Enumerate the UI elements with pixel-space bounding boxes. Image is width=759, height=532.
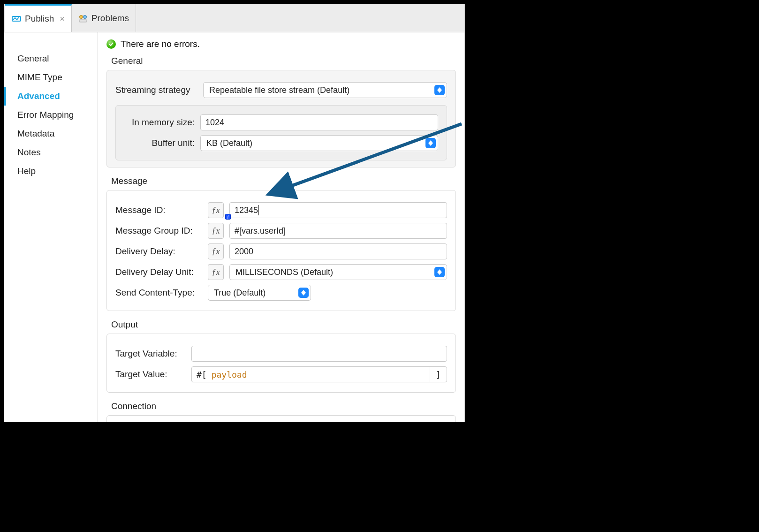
sidebar-item-label: General xyxy=(17,53,49,63)
section-output-title: Output xyxy=(111,319,464,330)
delivery-delay-unit-value: MILLISECONDS (Default) xyxy=(235,267,333,277)
sidebar-item-label: Error Mapping xyxy=(17,110,74,120)
publish-icon xyxy=(12,14,21,23)
svg-rect-3 xyxy=(79,20,87,22)
sidebar-item-label: Metadata xyxy=(17,129,54,138)
text-caret xyxy=(258,205,259,215)
sidebar-item-metadata[interactable]: Metadata xyxy=(4,124,98,143)
target-value-input[interactable]: #[ payload ] xyxy=(191,366,447,382)
bufferunit-value: KB (Default) xyxy=(206,138,252,148)
delivery-delay-label: Delivery Delay: xyxy=(115,246,202,257)
message-group-id-label: Message Group ID: xyxy=(115,226,202,236)
fx-button[interactable]: ƒx xyxy=(208,202,224,218)
fx-button[interactable]: ƒx xyxy=(208,243,224,259)
status-message: There are no errors. xyxy=(121,39,200,49)
svg-marker-9 xyxy=(437,272,442,275)
chevron-updown-icon xyxy=(425,138,436,148)
section-general-title: General xyxy=(111,56,464,66)
sidebar-item-mimetype[interactable]: MIME Type xyxy=(4,68,98,87)
svg-marker-7 xyxy=(428,143,433,146)
chevron-updown-icon xyxy=(298,288,309,298)
bufferunit-select[interactable]: KB (Default) xyxy=(200,135,438,151)
sidebar-item-label: Notes xyxy=(17,147,41,157)
subpanel-streaming: In memory size: 1024 Buffer unit: KB (De… xyxy=(115,105,447,160)
panel-general: Streaming strategy Repeatable file store… xyxy=(106,70,456,167)
sidebar: General MIME Type Advanced Error Mapping… xyxy=(4,32,98,422)
chevron-updown-icon xyxy=(434,85,445,95)
svg-point-2 xyxy=(83,15,86,18)
memsize-value: 1024 xyxy=(205,118,224,128)
tab-problems-label: Problems xyxy=(91,13,129,23)
sidebar-item-errormapping[interactable]: Error Mapping xyxy=(4,106,98,124)
svg-point-1 xyxy=(79,15,83,18)
message-group-id-input[interactable]: #[vars.userId] xyxy=(229,223,447,239)
sidebar-item-advanced[interactable]: Advanced xyxy=(4,87,98,106)
tabbar: Publish × Problems xyxy=(4,4,464,32)
memsize-input[interactable]: 1024 xyxy=(200,114,438,130)
delivery-delay-unit-label: Delivery Delay Unit: xyxy=(115,267,202,277)
expr-prefix: #[ xyxy=(192,370,209,380)
streaming-strategy-label: Streaming strategy xyxy=(115,85,197,95)
streaming-strategy-select[interactable]: Repeatable file store stream (Default) xyxy=(203,82,447,98)
delivery-delay-value: 2000 xyxy=(235,247,253,257)
sidebar-item-label: Advanced xyxy=(17,91,60,101)
message-group-id-value: #[vars.userId] xyxy=(235,226,286,236)
send-content-type-value: True (Default) xyxy=(214,288,266,298)
sidebar-item-general[interactable]: General xyxy=(4,49,98,68)
sidebar-item-label: Help xyxy=(17,166,36,176)
info-icon: i xyxy=(225,214,231,220)
bufferunit-label: Buffer unit: xyxy=(124,138,195,148)
tab-problems[interactable]: Problems xyxy=(72,4,136,32)
chevron-updown-icon xyxy=(434,267,445,277)
delivery-delay-unit-select[interactable]: MILLISECONDS (Default) xyxy=(229,264,447,280)
message-id-input[interactable]: i 12345 xyxy=(229,202,447,218)
send-content-type-label: Send Content-Type: xyxy=(115,288,202,298)
streaming-strategy-value: Repeatable file store stream (Default) xyxy=(209,85,349,95)
content-area: There are no errors. General Streaming s… xyxy=(98,32,464,422)
fx-button[interactable]: ƒx xyxy=(208,264,224,280)
target-variable-input[interactable] xyxy=(191,346,447,362)
target-value-label: Target Value: xyxy=(115,369,186,380)
success-icon xyxy=(106,39,116,49)
send-content-type-select[interactable]: True (Default) xyxy=(208,285,311,301)
panel-message: Message ID: ƒx i 12345 Message Group ID:… xyxy=(106,190,456,311)
sidebar-item-help[interactable]: Help xyxy=(4,162,98,181)
status-row: There are no errors. xyxy=(98,32,464,52)
svg-marker-5 xyxy=(437,90,442,93)
section-message-title: Message xyxy=(111,176,464,186)
problems-icon xyxy=(78,14,88,23)
svg-marker-11 xyxy=(301,293,306,296)
panel-output: Target Variable: Target Value: #[ payloa… xyxy=(106,334,456,393)
expr-suffix: ] xyxy=(430,367,447,382)
sidebar-item-label: MIME Type xyxy=(17,72,62,82)
section-connection-title: Connection xyxy=(111,401,464,411)
memsize-label: In memory size: xyxy=(124,117,195,128)
expr-body: payload xyxy=(209,370,430,380)
message-id-value: 12345 xyxy=(235,205,258,215)
tab-publish[interactable]: Publish × xyxy=(5,4,72,32)
panel-connection: Reconnection strategy None xyxy=(106,415,456,422)
close-icon[interactable]: × xyxy=(60,14,65,24)
message-id-label: Message ID: xyxy=(115,205,202,215)
sidebar-item-notes[interactable]: Notes xyxy=(4,143,98,162)
app-frame: Publish × Problems General MIME Type Adv… xyxy=(4,4,465,422)
delivery-delay-input[interactable]: 2000 xyxy=(229,243,447,259)
target-variable-label: Target Variable: xyxy=(115,349,186,359)
fx-button[interactable]: ƒx xyxy=(208,223,224,239)
tab-publish-label: Publish xyxy=(25,14,54,24)
